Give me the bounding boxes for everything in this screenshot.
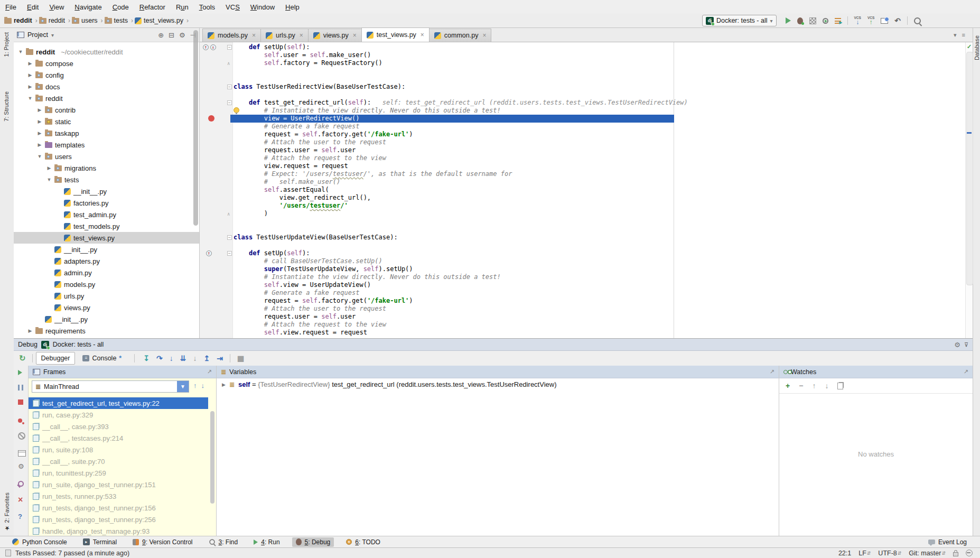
move-down-icon[interactable]: ↓ [825, 382, 828, 390]
code-line[interactable]: # Attach the request to the view [234, 154, 386, 162]
tree-item-factoriespy[interactable]: factories.py [14, 197, 199, 209]
tree-item-migrations[interactable]: ▶migrations [14, 162, 199, 174]
overridden-method-icon[interactable]: ↓ [210, 44, 216, 50]
tabs-list-icon[interactable]: ▾ [954, 32, 957, 39]
tree-item-static[interactable]: ▶static [14, 116, 199, 127]
vcs-update-button[interactable]: VCS↓ [854, 16, 861, 25]
tree-toggle-icon[interactable]: ▼ [18, 49, 23, 54]
tree-item-requirements[interactable]: ▶requirements [14, 325, 199, 337]
stack-frame-row[interactable]: run, suite.py:108 [29, 444, 208, 455]
code-line[interactable]: self.view = UserUpdateView() [234, 281, 371, 289]
tree-toggle-icon[interactable]: ▶ [46, 165, 52, 171]
resume-button[interactable] [18, 370, 22, 375]
force-step-into-icon[interactable]: ↓ [193, 354, 197, 362]
editor-tab-commonpy[interactable]: common.py× [429, 29, 492, 42]
float-icon[interactable]: ↗ [207, 368, 212, 375]
close-button[interactable]: × [18, 497, 23, 503]
tree-item-compose[interactable]: ▶compose [14, 58, 199, 69]
code-line[interactable]: def setUp(self): [234, 249, 310, 257]
tree-toggle-icon[interactable]: ▶ [27, 72, 33, 78]
inspections-profile-icon[interactable] [966, 550, 973, 556]
code-line[interactable]: # Attach the user to the request [234, 305, 386, 313]
intention-bulb-icon[interactable] [234, 107, 239, 113]
stack-frame-row[interactable]: run_tests, django_test_runner.py:156 [29, 502, 208, 514]
fold-end-icon[interactable]: ∧ [227, 211, 230, 217]
rerun-icon[interactable]: ↻ [19, 355, 26, 362]
concurrency-button[interactable] [835, 18, 841, 24]
editor-tab-urlspy[interactable]: urls.py× [260, 29, 309, 42]
project-panel-title[interactable]: Project [27, 31, 48, 39]
tree-toggle-icon[interactable]: ▶ [27, 328, 33, 333]
menu-view[interactable]: View [44, 3, 69, 11]
menu-help[interactable]: Help [280, 3, 305, 11]
breadcrumb-item[interactable]: tests [105, 17, 128, 24]
code-editor[interactable]: def setUp(self):↑↓− self.user = self.mak… [200, 42, 965, 338]
fold-end-icon[interactable]: ∧ [227, 61, 230, 66]
code-line[interactable]: self.user = self.make_user() [234, 51, 371, 59]
tree-item-contrib[interactable]: ▶contrib [14, 104, 199, 116]
sidebar-tab-database[interactable]: Database [974, 35, 980, 60]
collapse-all-icon[interactable]: ⊟ [169, 31, 174, 39]
thread-selector[interactable]: ≣ MainThread ▼ [32, 380, 189, 393]
sidebar-tab-favorites[interactable]: ★ 2: Favorites [3, 492, 10, 532]
code-line[interactable]: # Instantiate the view directly. Never d… [234, 273, 501, 281]
editor-scroll-stripe[interactable]: ✓ [965, 42, 973, 338]
tree-item-taskapp[interactable]: ▶taskapp [14, 127, 199, 139]
locate-icon[interactable]: ⊕ [158, 31, 164, 39]
code-line[interactable]: super(TestUserUpdateView, self).setUp() [234, 265, 413, 273]
close-tab-icon[interactable]: × [421, 31, 424, 39]
coverage-button[interactable] [809, 17, 816, 24]
status-widget-git-master[interactable]: Git: master⇵ [909, 550, 946, 557]
stack-frame-row[interactable]: run, tcunittest.py:259 [29, 467, 208, 479]
duplicate-watch-icon[interactable] [837, 383, 843, 389]
expand-icon[interactable]: ▶ [222, 382, 226, 387]
profiler-button[interactable] [823, 18, 828, 24]
run-configuration-select[interactable]: dj Docker: tests - all ▾ [702, 15, 777, 26]
step-out-icon[interactable]: ↥ [203, 354, 210, 362]
tree-item-templates[interactable]: ▶templates [14, 139, 199, 151]
overriding-method-icon[interactable]: ↑ [206, 250, 212, 256]
stack-frame-row[interactable]: __call__, testcases.py:214 [29, 432, 208, 444]
menu-window[interactable]: Window [245, 3, 280, 11]
code-line[interactable]: # Generate a fake request [234, 123, 359, 131]
evaluate-expression-icon[interactable]: ▦ [237, 354, 244, 362]
step-over-icon[interactable]: ↷ [156, 354, 163, 362]
stack-frame-row[interactable]: __call__, case.py:393 [29, 421, 208, 432]
code-line[interactable]: view.get_redirect_url(), [234, 194, 371, 202]
menu-run[interactable]: Run [171, 3, 194, 11]
code-line[interactable]: class TestUserRedirectView(BaseUserTestC… [234, 83, 405, 91]
tree-item-__init__py[interactable]: __init__.py [14, 313, 199, 325]
status-widget-lf[interactable]: LF⇵ [858, 550, 871, 557]
code-line[interactable]: self.view.request = request [234, 329, 367, 337]
breadcrumb-item[interactable]: reddit [4, 17, 32, 24]
menu-code[interactable]: Code [107, 3, 134, 11]
code-line[interactable]: request = self.factory.get('/fake-url') [234, 297, 413, 305]
sidebar-tab-structure[interactable]: 7: Structure [3, 91, 10, 122]
tree-toggle-icon[interactable]: ▶ [27, 84, 33, 89]
menu-edit[interactable]: Edit [22, 3, 44, 11]
project-tree-scrollbar[interactable] [193, 30, 198, 226]
breadcrumb-item[interactable]: test_views.py [135, 17, 183, 24]
tree-toggle-icon[interactable]: ▶ [37, 131, 42, 136]
toolwindow-button-find[interactable]: 3: Find [205, 537, 242, 547]
tree-toggle-icon[interactable]: ▶ [37, 107, 42, 113]
fold-collapse-icon[interactable]: − [227, 235, 232, 240]
status-message[interactable]: Tests Passed: 7 passed (a minute ago) [15, 550, 129, 557]
tree-toggle-icon[interactable]: ▶ [37, 142, 42, 147]
toolwindow-button-todo[interactable]: 6: TODO [342, 537, 384, 547]
tree-toggle-icon[interactable]: ▶ [27, 61, 33, 66]
code-line[interactable]: view = UserRedirectView() [234, 115, 359, 123]
float-icon[interactable]: ↗ [964, 368, 968, 375]
show-execution-point-icon[interactable]: ↧ [143, 354, 150, 362]
menu-file[interactable]: File [0, 3, 22, 11]
debug-settings-button[interactable]: ⚙ [18, 463, 24, 470]
tree-item-users[interactable]: ▼users [14, 151, 199, 162]
code-line[interactable]: '/users/testuser/' [234, 202, 348, 210]
search-everywhere-button[interactable] [914, 17, 921, 24]
editor-scrollbar-thumb[interactable] [966, 52, 973, 285]
tree-item-modelspy[interactable]: models.py [14, 278, 199, 290]
overriding-method-icon[interactable]: ↑ [203, 44, 209, 50]
float-icon[interactable]: ↗ [770, 368, 774, 375]
stack-frame-row[interactable]: run_tests, django_test_runner.py:256 [29, 514, 208, 525]
stack-frame-row[interactable]: test_get_redirect_url, test_views.py:22 [29, 397, 208, 409]
